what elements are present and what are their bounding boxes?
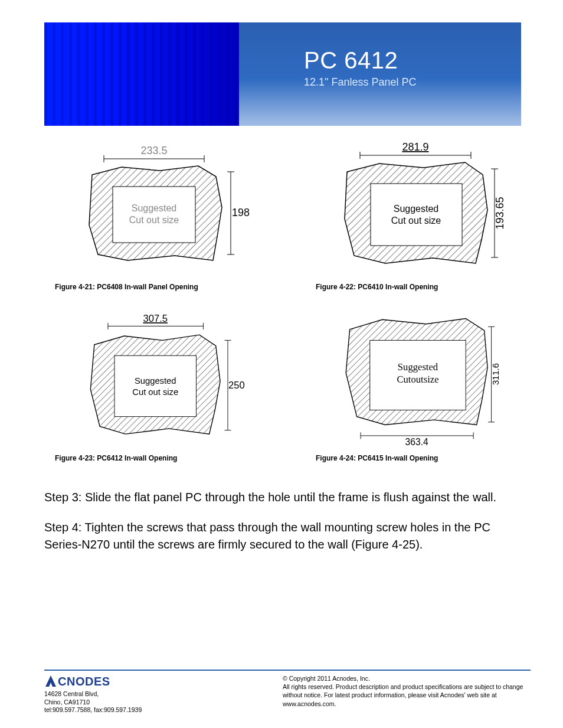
footer-copyright-block: © Copyright 2011 Acnodes, Inc. All right… [283,674,531,714]
contact-line: tel:909.597.7588, fax:909.597.1939 [44,706,142,714]
figure-caption: Figure 4-21: PC6408 In-wall Panel Openin… [44,283,198,291]
cutout-label-line2: Cut out size [129,215,179,225]
cutout-diagram-svg: 311.6 363.4 Suggested Cutoutsize [323,308,512,449]
figure-4-22: 281.9 193.65 Suggested Cut out size Figu… [305,136,531,291]
product-model: PC 6412 [304,47,417,74]
disclaimer-text: All rights reserved. Product description… [283,683,531,708]
acnodes-logo-icon [44,675,57,688]
cutout-label-line2: Cutoutsize [397,374,438,385]
width-dimension: 233.5 [140,145,167,156]
cutout-diagram-svg: 281.9 193.65 Suggested Cut out size [323,136,512,278]
figure-caption: Figure 4-24: PC6415 In-wall Opening [305,454,438,462]
width-dimension: 281.9 [402,141,428,153]
cutout-label-line1: Suggested [132,203,177,213]
height-dimension: 198 [232,207,250,218]
width-dimension: 307.5 [143,313,168,324]
figure-4-24: 311.6 363.4 Suggested Cutoutsize Figure … [305,308,531,462]
address-line-2: Chino, CA91710 [44,698,142,706]
height-dimension: 250 [228,380,245,391]
cutout-label-line1: Suggested [398,361,438,373]
svg-rect-23 [114,355,196,416]
instruction-steps: Step 3: Slide the flat panel PC through … [44,489,531,553]
figure-caption: Figure 4-22: PC6410 In-wall Opening [305,283,438,291]
cutout-label-line2: Cut out size [132,387,178,397]
cutout-diagram-svg: 233.5 198 Suggested Cut out size [63,136,251,278]
cutout-diagram-svg: 307.5 250 Suggested Cut out size [63,308,251,449]
cutout-label-line2: Cut out size [391,216,441,226]
address-line-1: 14628 Central Blvd, [44,690,142,698]
svg-rect-15 [371,184,462,246]
header-title-block: PC 6412 12.1" Fanless Panel PC [304,47,417,89]
figure-4-21: 233.5 198 Suggested Cut out size Figure … [44,136,270,291]
product-subtitle: 12.1" Fanless Panel PC [304,76,417,89]
copyright-line: © Copyright 2011 Acnodes, Inc. [283,674,531,683]
cutout-figure-grid: 233.5 198 Suggested Cut out size Figure … [44,136,531,462]
step-3-text: Step 3: Slide the flat panel PC through … [44,489,531,506]
height-dimension: 311.6 [491,363,500,385]
header-circuit-image [44,22,239,126]
circuit-board-graphic [44,22,239,126]
acnodes-logo: CNODES [44,674,110,688]
figure-caption: Figure 4-23: PC6412 In-wall Opening [44,454,177,462]
page-footer: CNODES 14628 Central Blvd, Chino, CA9171… [44,670,531,714]
cutout-label-line1: Suggested [394,204,439,214]
logo-text: CNODES [58,674,110,688]
figure-4-23: 307.5 250 Suggested Cut out size Figure … [44,308,270,462]
height-dimension: 193.65 [494,197,506,229]
footer-contact-block: CNODES 14628 Central Blvd, Chino, CA9171… [44,674,142,714]
step-4-text: Step 4: Tighten the screws that pass thr… [44,519,531,553]
width-dimension: 363.4 [405,437,429,447]
document-header: PC 6412 12.1" Fanless Panel PC [44,22,531,126]
cutout-label-line1: Suggested [135,376,176,386]
